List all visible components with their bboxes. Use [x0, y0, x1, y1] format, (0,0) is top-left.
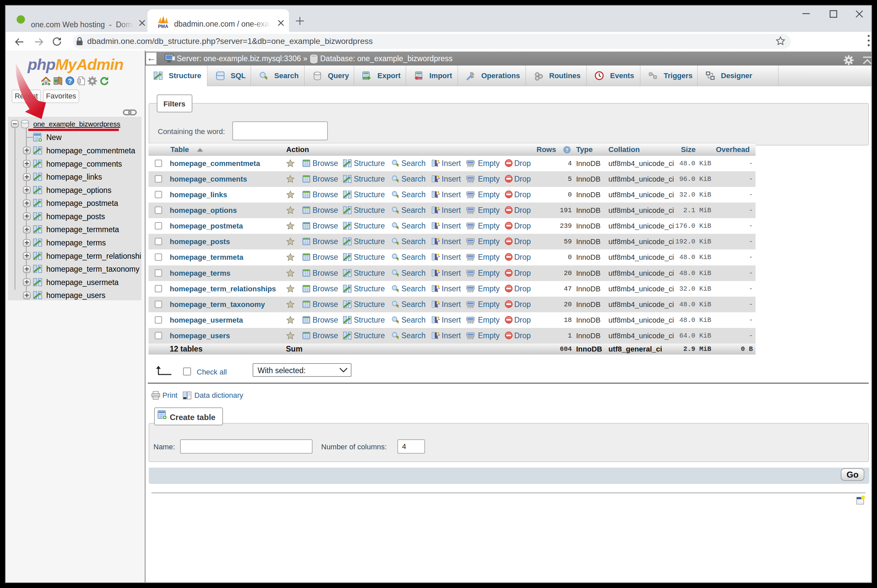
svg-text:PMA: PMA	[158, 24, 168, 28]
svg-text:?: ?	[68, 78, 72, 85]
svg-text:?: ?	[566, 147, 569, 153]
